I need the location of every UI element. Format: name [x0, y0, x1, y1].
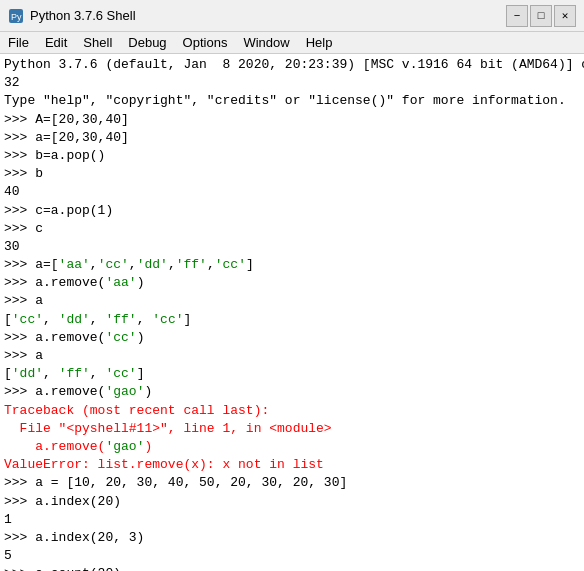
- close-button[interactable]: ✕: [554, 5, 576, 27]
- shell-line: >>> a.count(20): [4, 565, 580, 571]
- shell-line: 30: [4, 238, 580, 256]
- shell-line: >>> a.remove('cc'): [4, 329, 580, 347]
- shell-line: >>> a=[20,30,40]: [4, 129, 580, 147]
- shell-line: >>> a: [4, 347, 580, 365]
- shell-line: 40: [4, 183, 580, 201]
- shell-line: 1: [4, 511, 580, 529]
- shell-line: >>> a=['aa','cc','dd','ff','cc']: [4, 256, 580, 274]
- menu-debug[interactable]: Debug: [120, 32, 174, 53]
- shell-line: ['cc', 'dd', 'ff', 'cc']: [4, 311, 580, 329]
- app-icon: Py: [8, 8, 24, 24]
- shell-line: Traceback (most recent call last):: [4, 402, 580, 420]
- shell-line: a.remove('gao'): [4, 438, 580, 456]
- window-title: Python 3.7.6 Shell: [30, 8, 136, 23]
- shell-line: >>> a = [10, 20, 30, 40, 50, 20, 30, 20,…: [4, 474, 580, 492]
- minimize-button[interactable]: −: [506, 5, 528, 27]
- menu-bar: File Edit Shell Debug Options Window Hel…: [0, 32, 584, 54]
- shell-line: 5: [4, 547, 580, 565]
- shell-content[interactable]: Python 3.7.6 (default, Jan 8 2020, 20:23…: [0, 54, 584, 571]
- shell-line: ValueError: list.remove(x): x not in lis…: [4, 456, 580, 474]
- shell-line: >>> b=a.pop(): [4, 147, 580, 165]
- shell-line: >>> a: [4, 292, 580, 310]
- menu-file[interactable]: File: [0, 32, 37, 53]
- shell-line: ['dd', 'ff', 'cc']: [4, 365, 580, 383]
- title-bar-left: Py Python 3.7.6 Shell: [8, 8, 136, 24]
- shell-line: >>> b: [4, 165, 580, 183]
- shell-line: File "<pyshell#11>", line 1, in <module>: [4, 420, 580, 438]
- title-bar: Py Python 3.7.6 Shell − □ ✕: [0, 0, 584, 32]
- svg-text:Py: Py: [11, 12, 22, 22]
- window-controls[interactable]: − □ ✕: [506, 5, 576, 27]
- maximize-button[interactable]: □: [530, 5, 552, 27]
- shell-line: >>> a.index(20): [4, 493, 580, 511]
- shell-line: >>> c=a.pop(1): [4, 202, 580, 220]
- menu-window[interactable]: Window: [235, 32, 297, 53]
- shell-line: Python 3.7.6 (default, Jan 8 2020, 20:23…: [4, 56, 580, 74]
- menu-edit[interactable]: Edit: [37, 32, 75, 53]
- shell-line: 32: [4, 74, 580, 92]
- shell-line: Type "help", "copyright", "credits" or "…: [4, 92, 580, 110]
- shell-line: >>> a.index(20, 3): [4, 529, 580, 547]
- menu-help[interactable]: Help: [298, 32, 341, 53]
- shell-line: >>> A=[20,30,40]: [4, 111, 580, 129]
- shell-line: >>> a.remove('aa'): [4, 274, 580, 292]
- shell-line: >>> c: [4, 220, 580, 238]
- shell-line: >>> a.remove('gao'): [4, 383, 580, 401]
- menu-options[interactable]: Options: [175, 32, 236, 53]
- menu-shell[interactable]: Shell: [75, 32, 120, 53]
